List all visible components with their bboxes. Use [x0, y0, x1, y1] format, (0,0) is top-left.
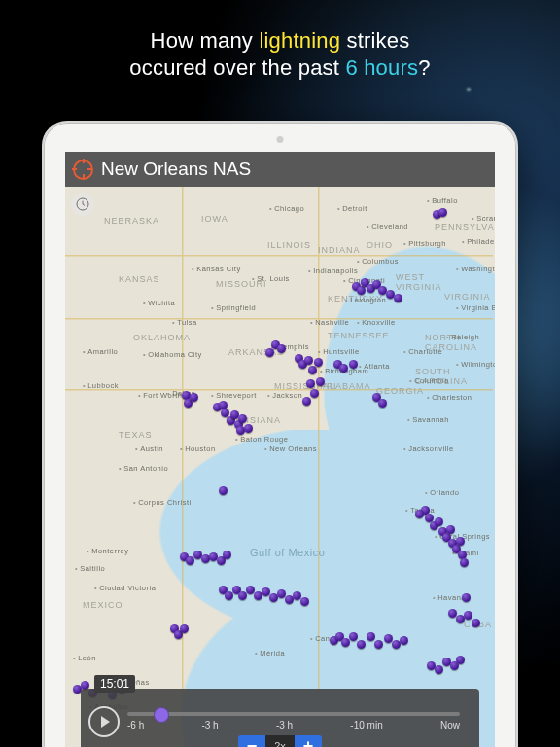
time-ticks: -6 h-3 h-3 h-10 minNow: [127, 720, 460, 730]
state-label: ILLINOIS: [267, 240, 311, 250]
city-label: León: [73, 654, 96, 662]
lightning-strike-marker: [357, 286, 366, 295]
play-button[interactable]: [88, 706, 120, 737]
state-label: GEORGIA: [376, 386, 424, 396]
lightning-strike-marker: [349, 360, 358, 369]
city-label: Orlando: [425, 488, 459, 497]
app-header: New Orleans NAS: [65, 152, 495, 187]
state-label: TENNESSEE: [328, 331, 390, 340]
city-label: Raleigh: [446, 333, 479, 341]
lightning-strike-marker: [442, 658, 451, 666]
state-label: WESTVIRGINIA: [396, 272, 442, 292]
location-target-icon[interactable]: [73, 160, 93, 180]
lightning-strike-marker: [223, 551, 231, 559]
city-label: Pittsburgh: [403, 239, 446, 248]
tablet-camera: [277, 136, 284, 143]
speed-control: − 2x +: [238, 735, 322, 747]
state-label: INDIANA: [318, 245, 361, 255]
city-label: Indianapolis: [308, 267, 358, 275]
city-label: Huntsville: [318, 347, 360, 356]
lightning-strike-marker: [378, 399, 387, 408]
map[interactable]: NEBRASKAIOWAKANSASMISSOURIILLINOISINDIAN…: [65, 187, 495, 747]
lightning-strike-marker: [357, 640, 366, 649]
time-display: 15:01: [94, 675, 135, 693]
city-label: Detroit: [337, 204, 368, 213]
lightning-strike-marker: [456, 537, 465, 546]
lightning-strike-marker: [435, 517, 443, 526]
headline: How many lightning strikes occured over …: [0, 27, 560, 81]
city-label: Chicago: [269, 204, 304, 213]
city-label: Oklahoma City: [143, 350, 202, 359]
headline-part2: strikes: [340, 28, 409, 53]
city-label: Kansas City: [192, 265, 241, 273]
city-label: Amarillo: [83, 347, 118, 356]
city-label: Saltillo: [75, 564, 105, 573]
lightning-strike-marker: [304, 356, 313, 365]
lightning-strike-marker: [435, 665, 443, 674]
city-label: Columbus: [357, 257, 399, 266]
lightning-strike-marker: [460, 558, 469, 567]
lightning-strike-marker: [306, 379, 315, 388]
lightning-strike-marker: [450, 661, 459, 670]
lightning-strike-marker: [225, 591, 233, 600]
speed-increase-button[interactable]: +: [295, 735, 322, 747]
city-label: Charleston: [427, 393, 472, 402]
lightning-strike-marker: [238, 591, 247, 600]
time-slider-track[interactable]: [127, 712, 460, 716]
lightning-strike-marker: [302, 397, 311, 406]
city-label: Wichita: [143, 299, 175, 307]
time-tick-label: -6 h: [127, 720, 144, 730]
city-label: Jackson: [267, 391, 302, 400]
city-label: Wilmington: [456, 360, 495, 369]
lightning-strike-marker: [446, 525, 455, 534]
headline-lightning: lightning: [259, 28, 340, 53]
tablet-screen: New Orleans NAS NEBRASKAIOWAKANSASMISSOU…: [65, 152, 495, 747]
city-label: Mérida: [255, 649, 285, 658]
state-label: NEBRASKA: [104, 216, 159, 226]
city-label: Washington: [456, 265, 495, 273]
city-label: Knoxville: [357, 318, 396, 327]
time-tick-label: Now: [440, 720, 460, 730]
time-tick-label: -10 min: [350, 720, 382, 730]
city-label: Baton Rouge: [235, 435, 288, 444]
tablet-device-frame: New Orleans NAS NEBRASKAIOWAKANSASMISSOU…: [42, 121, 518, 747]
lightning-strike-marker: [374, 640, 383, 649]
state-label: IOWA: [201, 214, 228, 224]
speed-decrease-button[interactable]: −: [238, 735, 265, 747]
lightning-strike-marker: [244, 424, 253, 433]
lightning-strike-marker: [367, 632, 375, 641]
lightning-strike-marker: [314, 358, 323, 367]
city-label: Havana: [433, 593, 466, 602]
city-label: Austin: [135, 445, 163, 453]
history-clock-button[interactable]: [71, 193, 94, 216]
time-tick-label: -3 h: [276, 720, 293, 730]
state-label: OHIO: [367, 240, 393, 250]
city-label: Tulsa: [172, 318, 197, 327]
city-label: Springfield: [211, 303, 256, 312]
city-label: Columbia: [409, 376, 449, 385]
gulf-label: Gulf of Mexico: [250, 547, 325, 558]
city-label: Buffalo: [427, 196, 458, 205]
city-label: Savannah: [407, 415, 449, 424]
speed-value: 2x: [265, 735, 295, 747]
city-label: St. Louis: [252, 274, 290, 283]
city-label: Shreveport: [211, 391, 257, 400]
lightning-strike-marker: [308, 366, 317, 374]
city-label: New Orleans: [264, 445, 317, 453]
lightning-strike-marker: [339, 364, 348, 373]
city-label: Houston: [180, 445, 216, 453]
location-title[interactable]: New Orleans NAS: [101, 159, 251, 180]
lightning-strike-marker: [349, 632, 358, 641]
headline-part4: ?: [418, 55, 430, 80]
lightning-strike-marker: [316, 377, 325, 386]
lightning-strike-marker: [438, 208, 447, 217]
lightning-strike-marker: [464, 611, 472, 620]
city-label: Philadelphia: [462, 237, 495, 246]
state-label: VIRGINIA: [444, 292, 491, 302]
city-label: Virginia Beach: [456, 303, 495, 312]
city-label: Monterrey: [87, 547, 128, 555]
lightning-strike-marker: [180, 624, 189, 633]
city-label: Jacksonville: [403, 445, 454, 453]
lightning-strike-marker: [265, 348, 274, 357]
headline-part3: occured over the past: [129, 55, 345, 80]
